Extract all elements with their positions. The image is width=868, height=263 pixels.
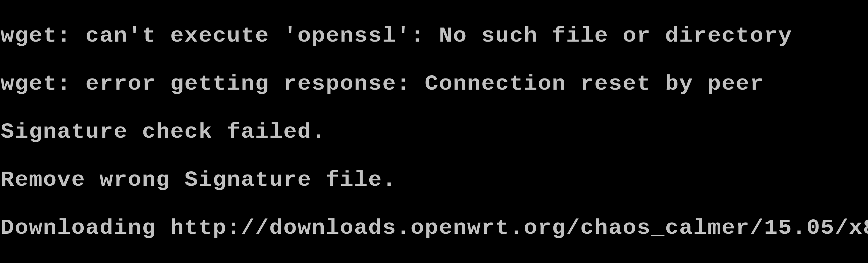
terminal-line: wget: error getting response: Connection… [1, 72, 868, 96]
terminal-line: Signature check failed. [1, 120, 868, 144]
terminal-line: Remove wrong Signature file. [1, 168, 868, 192]
terminal-line: Downloading http://downloads.openwrt.org… [1, 216, 868, 240]
terminal-line: wget: can't execute 'openssl': No such f… [1, 24, 868, 48]
terminal-output: wget: can't execute 'openssl': No such f… [0, 0, 868, 263]
